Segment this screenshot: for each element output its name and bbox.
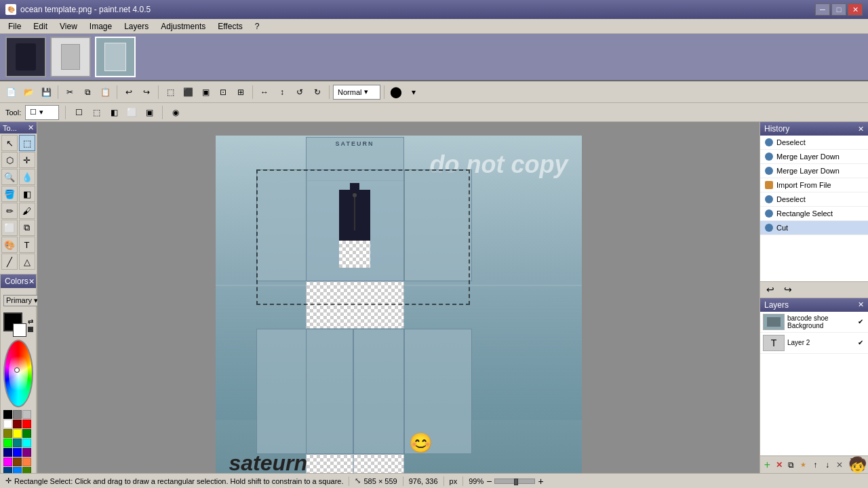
tool-move[interactable]: ✛: [19, 152, 35, 168]
palette-swatch[interactable]: [3, 439, 12, 447]
palette-swatch[interactable]: [13, 410, 22, 419]
history-item-4[interactable]: Import From File: [760, 178, 868, 192]
layer-item-1[interactable]: barcode shoe Background✔: [760, 312, 868, 333]
zoom-in-btn[interactable]: +: [538, 476, 543, 487]
layer-item-2[interactable]: TLayer 2✔: [760, 333, 868, 354]
tool-brush[interactable]: 🖌: [19, 203, 35, 219]
tool-select-lasso[interactable]: ⬡: [1, 152, 18, 168]
tb-rotate-right[interactable]: ↻: [309, 84, 326, 100]
history-close-btn[interactable]: ✕: [858, 125, 864, 134]
layers-copy-btn[interactable]: ⧉: [785, 458, 797, 472]
ts-btn2[interactable]: ⬚: [90, 106, 103, 119]
tool-arrow[interactable]: ↖: [1, 135, 18, 151]
tool-zoom[interactable]: 🔍: [1, 169, 18, 185]
tb-cut[interactable]: ✂: [62, 84, 78, 100]
layers-add-btn[interactable]: +: [762, 458, 773, 472]
palette-swatch[interactable]: [13, 448, 22, 457]
swap-colors-btn[interactable]: ⇄: [28, 318, 33, 325]
tb-rotate-left[interactable]: ↺: [292, 84, 308, 100]
blend-mode-dropdown[interactable]: Normal ▾: [333, 85, 380, 100]
tool-gradient[interactable]: ◧: [19, 186, 35, 202]
history-item-7[interactable]: Cut: [760, 221, 868, 235]
menu-edit[interactable]: Edit: [28, 20, 53, 33]
tb-color-btn[interactable]: ⬤: [388, 84, 404, 100]
palette-swatch[interactable]: [22, 439, 31, 447]
history-item-6[interactable]: Rectangle Select: [760, 207, 868, 221]
palette-swatch[interactable]: [13, 439, 22, 447]
palette-swatch[interactable]: [3, 429, 12, 438]
menu-view[interactable]: View: [54, 20, 83, 33]
zoom-slider[interactable]: [494, 479, 535, 484]
ts-btn4[interactable]: ⬜: [125, 106, 138, 119]
tb-open[interactable]: 📂: [20, 84, 37, 100]
tool-type-dropdown[interactable]: ☐ ▾: [25, 105, 59, 120]
tb-save[interactable]: 💾: [38, 84, 54, 100]
history-item-3[interactable]: Merge Layer Down: [760, 164, 868, 178]
palette-swatch[interactable]: [22, 458, 31, 466]
history-item-1[interactable]: Deselect: [760, 136, 868, 150]
tb-color-arrow[interactable]: ▾: [406, 84, 422, 100]
menu-file[interactable]: File: [3, 20, 26, 33]
tool-text[interactable]: T: [19, 237, 35, 253]
tool-recolor[interactable]: 🎨: [1, 237, 18, 253]
layer-visibility-2[interactable]: ✔: [856, 338, 865, 348]
tb-flip-h[interactable]: ↔: [256, 84, 273, 100]
tb-crop[interactable]: ⊡: [215, 84, 231, 100]
tool-select-rect[interactable]: ⬚: [19, 135, 35, 151]
toolbox-close[interactable]: ✕: [28, 123, 34, 132]
ts-btn5[interactable]: ▣: [142, 106, 156, 119]
tb-undo[interactable]: ↩: [121, 84, 137, 100]
canvas-area[interactable]: do not copy SATEURN: [37, 122, 760, 473]
palette-swatch[interactable]: [22, 448, 31, 457]
history-item-2[interactable]: Merge Layer Down: [760, 150, 868, 164]
layers-close-btn[interactable]: ✕: [858, 300, 864, 309]
menu-effects[interactable]: Effects: [212, 20, 248, 33]
palette-swatch[interactable]: [22, 429, 31, 438]
tb-flip-v[interactable]: ↕: [274, 84, 290, 100]
zoom-out-btn[interactable]: −: [486, 476, 492, 487]
menu-layers[interactable]: Layers: [119, 20, 154, 33]
colors-close-btn[interactable]: ✕: [28, 277, 35, 286]
ts-btn1[interactable]: ☐: [72, 106, 85, 119]
primary-color-select[interactable]: Primary ▾: [3, 295, 41, 306]
menu-help[interactable]: ?: [250, 20, 265, 33]
tool-shapes[interactable]: △: [19, 253, 35, 270]
tb-new[interactable]: 📄: [3, 84, 19, 100]
tool-eyedrop[interactable]: 💧: [19, 169, 35, 185]
thumbnail-1[interactable]: [5, 37, 46, 77]
tool-pencil[interactable]: ✏: [1, 203, 18, 219]
tool-paintbucket[interactable]: 🪣: [1, 186, 18, 202]
layers-delete-btn[interactable]: ✕: [774, 458, 785, 472]
tool-eraser[interactable]: ⬜: [1, 220, 18, 236]
tool-clone[interactable]: ⧉: [19, 220, 35, 236]
close-button[interactable]: ✕: [848, 3, 863, 16]
color-wheel[interactable]: [3, 340, 33, 407]
palette-swatch[interactable]: [3, 420, 12, 428]
layers-merge-btn[interactable]: ★: [797, 458, 809, 472]
secondary-swatch[interactable]: [13, 323, 26, 337]
ts-anti[interactable]: ◉: [169, 106, 182, 119]
palette-swatch[interactable]: [22, 410, 31, 419]
palette-swatch[interactable]: [13, 429, 22, 438]
maximize-button[interactable]: □: [831, 3, 846, 16]
tb-deselect[interactable]: ⬛: [180, 84, 196, 100]
history-redo-btn[interactable]: ↪: [781, 283, 795, 296]
minimize-button[interactable]: ─: [815, 3, 830, 16]
palette-swatch[interactable]: [13, 420, 22, 428]
thumbnail-3[interactable]: [95, 37, 136, 77]
layer-visibility-1[interactable]: ✔: [856, 317, 865, 327]
palette-swatch[interactable]: [13, 458, 22, 466]
layers-move-up-btn[interactable]: ↑: [810, 458, 821, 472]
palette-swatch[interactable]: [3, 410, 12, 419]
tb-paste[interactable]: 📋: [97, 84, 113, 100]
palette-swatch[interactable]: [3, 448, 12, 457]
tb-copy[interactable]: ⧉: [79, 84, 96, 100]
tb-select-all[interactable]: ⬚: [162, 84, 178, 100]
tb-resize[interactable]: ⊞: [233, 84, 249, 100]
thumbnail-2[interactable]: [50, 37, 91, 77]
layers-properties-btn[interactable]: ✕: [833, 458, 845, 472]
menu-image[interactable]: Image: [84, 20, 117, 33]
tb-redo[interactable]: ↪: [138, 84, 155, 100]
ts-btn3[interactable]: ◧: [107, 106, 121, 119]
palette-swatch[interactable]: [22, 420, 31, 428]
